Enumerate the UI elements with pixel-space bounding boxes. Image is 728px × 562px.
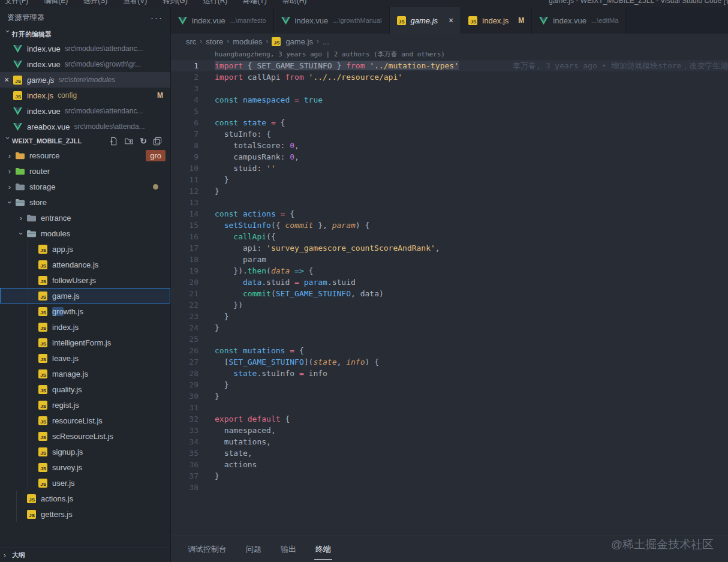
breadcrumb-item[interactable]: src <box>186 37 196 46</box>
breadcrumb-item[interactable]: ... <box>323 37 329 46</box>
menu-item[interactable]: 文件(F) <box>5 0 28 6</box>
code-line[interactable]: 26const mutations = { <box>171 345 728 356</box>
open-editor-item[interactable]: ×JSgame.jssrc\store\modules <box>0 72 170 88</box>
code-line[interactable]: 3 <box>171 83 728 94</box>
open-editor-item[interactable]: areabox.vuesrc\modules\attenda... <box>0 119 170 134</box>
code-line[interactable]: 37} <box>171 470 728 482</box>
chevron-right-icon[interactable]: › <box>5 167 14 176</box>
panel-tab-输出[interactable]: 输出 <box>279 540 297 558</box>
code-line[interactable]: 21 commit(SET_GAME_STUINFO, data) <box>171 288 728 299</box>
tree-item-resource[interactable]: ›resource <box>0 148 170 163</box>
editor-tab-index-js[interactable]: JSindex.jsM <box>461 7 532 34</box>
tree-item-resourceList-js[interactable]: JSresourceList.js <box>0 413 170 428</box>
code-line[interactable]: 33 namespaced, <box>171 425 728 436</box>
tree-item-survey-js[interactable]: JSsurvey.js <box>0 459 170 475</box>
tree-item-scResourceList-js[interactable]: JSscResourceList.js <box>0 428 170 444</box>
tree-item-intelligentForm-js[interactable]: JSintelligentForm.js <box>0 335 170 350</box>
code-line[interactable]: 31 <box>171 402 728 413</box>
code-line[interactable]: 12} <box>171 185 728 197</box>
chevron-down-icon[interactable]: › <box>5 197 14 207</box>
panel-tab-问题[interactable]: 问题 <box>245 540 263 558</box>
code-line[interactable]: 22 }) <box>171 299 728 311</box>
code-line[interactable]: 15 setStuInfo({ commit }, param) { <box>171 220 728 231</box>
code-line[interactable]: 29 } <box>171 379 728 390</box>
code-editor[interactable]: huangbangzheng, 3 years ago | 2 authors … <box>171 49 728 536</box>
tree-item-quality-js[interactable]: JSquality.js <box>0 381 170 397</box>
tree-item-modules[interactable]: ›modules <box>0 226 170 241</box>
open-editor-item[interactable]: index.vuesrc\modules\growth\gr... <box>0 56 170 72</box>
tree-item-user-js[interactable]: JSuser.js <box>0 475 170 491</box>
code-line[interactable]: 5 <box>171 106 728 117</box>
tree-item-signup-js[interactable]: JSsignup.js <box>0 444 170 459</box>
tree-item-storage[interactable]: ›storage <box>0 179 170 194</box>
code-line[interactable]: 35 state, <box>171 447 728 459</box>
code-line[interactable]: 14const actions = { <box>171 208 728 220</box>
close-icon[interactable]: × <box>0 75 13 85</box>
menu-item[interactable]: 帮助(H) <box>282 0 307 6</box>
breadcrumb-item[interactable]: store <box>206 37 223 46</box>
code-line[interactable]: 7 stuInfo: { <box>171 128 728 140</box>
code-line[interactable]: 17 api: 'survey_gamescore_countScoreAndR… <box>171 242 728 254</box>
tree-item-manage-js[interactable]: JSmanage.js <box>0 366 170 381</box>
chevron-down-icon[interactable]: › <box>17 229 26 238</box>
code-line[interactable]: 16 callApi({ <box>171 231 728 242</box>
tree-item-attendance-js[interactable]: JSattendance.js <box>0 257 170 272</box>
tree-item-regist-js[interactable]: JSregist.js <box>0 397 170 413</box>
new-folder-icon[interactable] <box>124 137 134 146</box>
tree-item-actions-js[interactable]: JSactions.js <box>0 491 170 506</box>
tree-item-router[interactable]: ›router <box>0 163 170 179</box>
code-line[interactable]: 34 mutations, <box>171 436 728 447</box>
outline-header[interactable]: › 大纲 <box>0 548 170 562</box>
open-editors-header[interactable]: › 打开的编辑器 <box>0 28 170 41</box>
editor-tab-index-vue[interactable]: index.vue...\editMa <box>532 7 626 34</box>
menu-item[interactable]: 运行(R) <box>203 0 228 6</box>
menu-item[interactable]: 编辑(E) <box>44 0 68 6</box>
code-line[interactable]: 30} <box>171 390 728 402</box>
code-line[interactable]: 24} <box>171 322 728 333</box>
menu-item[interactable]: 终端(T) <box>243 0 266 6</box>
new-file-icon[interactable] <box>109 137 118 146</box>
code-line[interactable]: 1import { SET_GAME_STUINFO } from '../mu… <box>171 60 728 71</box>
tree-item-app-js[interactable]: JSapp.js <box>0 241 170 257</box>
close-icon[interactable]: × <box>449 16 453 25</box>
code-line[interactable]: 8 totalScore: 0, <box>171 140 728 151</box>
open-editor-item[interactable]: JSindex.jsconfigM <box>0 88 170 103</box>
more-actions-icon[interactable]: ··· <box>151 13 163 23</box>
panel-tab-终端[interactable]: 终端 <box>314 540 332 558</box>
code-line[interactable]: 4const namespaced = true <box>171 94 728 106</box>
tree-item-followUser-js[interactable]: JSfollowUser.js <box>0 272 170 288</box>
editor-tab-index-vue[interactable]: index.vue...\manifesto <box>171 7 274 34</box>
breadcrumb-item[interactable]: game.js <box>285 37 313 46</box>
tree-item-entrance[interactable]: ›entrance <box>0 210 170 226</box>
code-line[interactable]: 6const state = { <box>171 117 728 128</box>
code-line[interactable]: 25 <box>171 333 728 345</box>
menu-item[interactable]: 选择(S) <box>83 0 107 6</box>
codelens-annotation[interactable]: huangbangzheng, 3 years ago | 2 authors … <box>215 49 728 60</box>
code-line[interactable]: 32export default { <box>171 413 728 425</box>
tree-item-index-js[interactable]: JSindex.js <box>0 319 170 335</box>
tree-item-growth-js[interactable]: JSgrowth.js <box>0 303 170 319</box>
menu-item[interactable]: 查看(V) <box>123 0 147 6</box>
code-line[interactable]: 11 } <box>171 174 728 185</box>
menu-bar[interactable]: 文件(F)编辑(E)选择(S)查看(V)转到(G)运行(R)终端(T)帮助(H) <box>5 0 306 6</box>
chevron-right-icon[interactable]: › <box>5 182 14 191</box>
code-line[interactable]: 2import callApi from '../../resource/api… <box>171 71 728 83</box>
tree-item-store[interactable]: ›store <box>0 194 170 210</box>
chevron-right-icon[interactable]: › <box>16 214 26 223</box>
code-line[interactable]: 38 <box>171 482 728 493</box>
menu-item[interactable]: 转到(G) <box>163 0 187 6</box>
code-line[interactable]: 27 [SET_GAME_STUINFO](state, info) { <box>171 356 728 368</box>
open-editor-item[interactable]: index.vuesrc\modules\attendanc... <box>0 41 170 56</box>
code-line[interactable]: 19 }).then(data => { <box>171 265 728 277</box>
open-editor-item[interactable]: index.vuesrc\modules\attendanc... <box>0 103 170 119</box>
breadcrumb-item[interactable]: modules <box>233 37 262 46</box>
refresh-icon[interactable]: ↻ <box>140 136 147 146</box>
editor-tab-index-vue[interactable]: index.vue...\growthManual <box>274 7 390 34</box>
code-line[interactable]: 18 param <box>171 254 728 265</box>
code-line[interactable]: 28 state.stuInfo = info <box>171 368 728 379</box>
code-line[interactable]: 23 } <box>171 311 728 322</box>
code-line[interactable]: 36 actions <box>171 459 728 470</box>
tree-item-leave-js[interactable]: JSleave.js <box>0 350 170 366</box>
collapse-all-icon[interactable] <box>153 137 162 146</box>
editor-tab-game-js[interactable]: JSgame.js× <box>390 7 462 34</box>
